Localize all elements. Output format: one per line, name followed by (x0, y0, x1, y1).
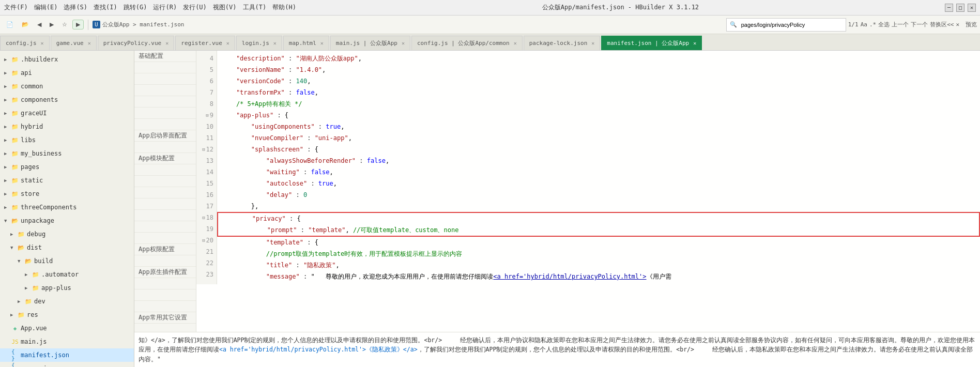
menu-item-publish[interactable]: 发行(U) (183, 3, 207, 12)
code-line-17: }, (217, 201, 980, 212)
expand-arrow-icon: ▶ (10, 232, 16, 237)
tab-game-vue[interactable]: game.vue ✕ (51, 36, 97, 50)
search-prev[interactable]: 上一个 (892, 21, 909, 28)
search-position: 1/1 (848, 21, 859, 28)
toolbar-open[interactable]: 📂 (19, 20, 32, 29)
sidebar-item-hybrid[interactable]: ▶ 📁 hybrid (0, 120, 134, 133)
sidebar-item-build[interactable]: ▼ 📂 build (0, 254, 134, 268)
menu-item-jump[interactable]: 跳转(G) (124, 3, 147, 12)
tab-map-html[interactable]: map.html ✕ (283, 36, 329, 50)
tab-config-common[interactable]: config.js | 公众版App/common ✕ (411, 36, 523, 50)
line-num-12[interactable]: ⊟12 (196, 144, 217, 155)
search-select-all[interactable]: 全选 (878, 21, 890, 28)
tab-privacy-policy-vue[interactable]: privacyPolicy.vue ✕ (98, 36, 175, 50)
sidebar-item-manifest-json[interactable]: ▶ { } manifest.json (0, 348, 134, 362)
search-input[interactable]: pages/login/privacyPolicy (739, 20, 843, 30)
sidebar-item-graceui[interactable]: ▶ 📁 graceUI (0, 106, 134, 120)
code-line-9: "app-plus" : { (217, 110, 980, 121)
toolbar-forward[interactable]: ▶ (47, 20, 57, 29)
toolbar-run[interactable]: ▶ (72, 20, 84, 29)
search-next[interactable]: 下一个 (911, 21, 928, 28)
toolbar-bookmark[interactable]: ☆ (59, 20, 70, 29)
expand-arrow-icon: ▶ (4, 124, 9, 129)
sidebar-item-automator[interactable]: ▶ 📁 .automator (0, 268, 134, 281)
tab-config-js[interactable]: config.js ✕ (0, 36, 50, 50)
minimize-button[interactable]: ─ (945, 4, 953, 12)
tab-login-js[interactable]: login.js ✕ (236, 36, 282, 50)
tab-close-icon[interactable]: ✕ (402, 40, 405, 46)
sidebar-item-label: hybrid (21, 123, 43, 130)
line-num-9[interactable]: ⊟9 (196, 110, 217, 121)
folder-icon: 📁 (11, 177, 19, 184)
line-num-20[interactable]: ⊟20 (196, 235, 217, 246)
search-settings[interactable]: 预览 (966, 21, 977, 28)
tab-close-icon[interactable]: ✕ (320, 40, 324, 46)
sidebar-item-res[interactable]: ▶ 📁 res (0, 308, 134, 322)
code-line-12: "splashscreen" : { (217, 144, 980, 155)
sidebar-item-static[interactable]: ▶ 📁 static (0, 174, 134, 187)
maximize-button[interactable]: □ (956, 4, 964, 12)
tab-close-icon[interactable]: ✕ (273, 40, 277, 46)
line-num-18[interactable]: ⊟18 (196, 212, 217, 223)
menu-item-tools[interactable]: 工具(T) (243, 3, 267, 12)
tab-package-lock[interactable]: package-lock.json ✕ (524, 36, 601, 50)
code-line-5: "versionName" : "1.4.0", (217, 64, 980, 75)
line-num-6: 6 (196, 75, 217, 87)
tab-register-vue[interactable]: register.vue ✕ (175, 36, 235, 50)
sidebar-item-dist[interactable]: ▼ 📂 dist (0, 241, 134, 254)
label-app-icon (134, 96, 196, 108)
folder-icon: 📂 (18, 244, 25, 251)
menu-item-run[interactable]: 运行(R) (153, 3, 177, 12)
sidebar-item-hbuilderx[interactable]: ▶ 📁 .hbuilderx (0, 53, 134, 66)
tab-close-icon[interactable]: ✕ (693, 40, 696, 46)
tab-bar: config.js ✕ game.vue ✕ privacyPolicy.vue… (0, 34, 980, 51)
menu-item-view[interactable]: 视图(V) (213, 3, 237, 12)
tab-manifest-json[interactable]: manifest.json | 公众版App ✕ (601, 36, 702, 50)
tab-main-js[interactable]: main.js | 公众版App ✕ (330, 36, 410, 50)
menu-item-select[interactable]: 选择(S) (64, 3, 87, 12)
expand-arrow-icon: ▶ (4, 205, 9, 210)
sidebar-item-main-js[interactable]: ▶ JS main.js (0, 335, 134, 348)
code-line-8: /* 5+App特有相关 */ (217, 98, 980, 110)
expand-arrow-icon: ▶ (25, 272, 30, 277)
sidebar-item-libs[interactable]: ▶ 📁 libs (0, 133, 134, 147)
sidebar-item-label: App.vue (21, 325, 47, 332)
toolbar-back[interactable]: ◀ (34, 20, 44, 29)
sidebar-item-components[interactable]: ▶ 📁 components (0, 93, 134, 106)
sidebar-item-debug[interactable]: ▶ 📁 debug (0, 227, 134, 241)
sidebar-item-my-business[interactable]: ▶ 📁 my_business (0, 147, 134, 160)
sidebar-item-common[interactable]: ▶ 📁 common (0, 80, 134, 93)
label-empty-17 (134, 324, 196, 332)
label-splash: App启动界面配置 (134, 130, 196, 142)
sidebar-item-app-plus[interactable]: ▶ 📁 app-plus (0, 281, 134, 295)
search-close[interactable]: ✕ (956, 21, 959, 28)
editor-area: 基础配置 App启动界面配置 App模块配置 App权限配置 Ap (134, 51, 980, 332)
sidebar-item-unpackage[interactable]: ▼ 📂 unpackage (0, 214, 134, 227)
sidebar-item-app-vue[interactable]: ▶ ◈ App.vue (0, 322, 134, 335)
sidebar-item-store[interactable]: ▶ 📁 store (0, 187, 134, 201)
tab-close-icon[interactable]: ✕ (88, 40, 91, 46)
expand-arrow-icon: ▶ (4, 178, 9, 183)
menu-item-help[interactable]: 帮助(H) (272, 3, 296, 12)
code-line-21: //prompt取值为template时有效，用于配置模板提示框上显示的内容 (217, 248, 980, 259)
menu-item-edit[interactable]: 编辑(E) (34, 3, 58, 12)
line-num-17: 17 (196, 201, 217, 212)
close-button[interactable]: ✕ (968, 4, 976, 12)
menu-item-file[interactable]: 文件(F) (4, 3, 28, 12)
tab-close-icon[interactable]: ✕ (165, 40, 169, 46)
tab-label: register.vue (181, 40, 222, 47)
sidebar-item-pages-json[interactable]: ▶ { } pages.json (0, 362, 134, 367)
sidebar-item-api[interactable]: ▶ 📁 api (0, 66, 134, 80)
sidebar-item-three-components[interactable]: ▶ 📁 threeComponents (0, 201, 134, 214)
sidebar-item-dev[interactable]: ▶ 📁 dev (0, 295, 134, 308)
tab-close-icon[interactable]: ✕ (514, 40, 517, 46)
code-editor[interactable]: 4 5 6 7 8 ⊟9 10 11 ⊟12 13 14 15 16 17 (196, 51, 980, 332)
tab-close-icon[interactable]: ✕ (41, 40, 44, 46)
tab-close-icon[interactable]: ✕ (226, 40, 229, 46)
toolbar-new[interactable]: 📄 (3, 20, 17, 29)
tab-close-icon[interactable]: ✕ (591, 40, 594, 46)
menu-item-find[interactable]: 查找(I) (94, 3, 117, 12)
sidebar-item-pages[interactable]: ▶ 📁 pages (0, 160, 134, 174)
expand-arrow-icon: ▼ (4, 218, 9, 223)
sidebar-item-label: .hbuilderx (21, 56, 58, 63)
